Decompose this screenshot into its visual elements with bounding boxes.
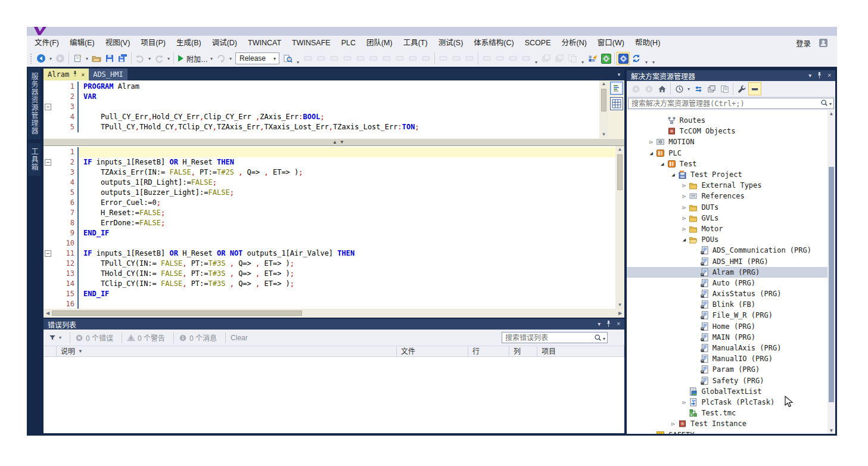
code-line-3[interactable]: 3 TZAxis_Err(IN:= FALSE, PT:=T#2S , Q=> … <box>43 167 615 178</box>
scroll-down-icon[interactable]: ▼ <box>827 428 835 433</box>
code-line-1[interactable]: 1PROGRAM Alram <box>43 82 599 92</box>
tree-item-external-types[interactable]: ▷External Types <box>627 180 835 191</box>
save-all-button[interactable] <box>116 52 129 65</box>
fold-toggle-icon[interactable]: − <box>45 159 51 166</box>
scroll-left-icon[interactable]: ◀ <box>43 310 52 316</box>
find-in-files-button[interactable] <box>281 52 294 65</box>
chevron-down-icon[interactable]: ▾ <box>84 56 90 61</box>
collapsed-arrow-icon[interactable]: ▷ <box>679 182 689 188</box>
search-icon[interactable] <box>820 99 828 108</box>
tree-item-test-instance[interactable]: ▷Test Instance <box>627 418 835 429</box>
menu-item-7[interactable]: TWINCAT <box>242 36 287 50</box>
open-file-button[interactable] <box>90 52 103 65</box>
collapsed-arrow-icon[interactable]: ▷ <box>668 421 678 427</box>
collapsed-arrow-icon[interactable]: ▷ <box>679 215 689 221</box>
clear-button[interactable]: Clear <box>231 334 248 342</box>
menu-item-13[interactable]: 体系结构(C) <box>468 36 519 50</box>
messages-filter-button[interactable]: 0 个消息 <box>179 333 217 343</box>
tree-item-safety[interactable]: SAFETY <box>627 429 835 434</box>
code-line-13[interactable]: 13 THold_CY(IN:= FALSE, PT:=T#3S , Q=> ,… <box>43 269 615 279</box>
code-line-4[interactable]: 4 outputs_1[RD_Light]:=FALSE; <box>43 178 615 188</box>
textual-view-button[interactable] <box>610 82 623 95</box>
tc-reload-devices-button[interactable] <box>586 52 599 65</box>
declaration-pane[interactable]: 1PROGRAM Alram2VAR−34 Pull_CY_Err,Hold_C… <box>43 80 624 138</box>
menu-item-3[interactable]: 视图(V) <box>100 36 136 50</box>
editor-splitter[interactable]: ▲▼ <box>43 138 624 146</box>
code-line-11[interactable]: −11IF inputs_1[ResetB] OR H_Reset OR NOT… <box>43 248 615 259</box>
tree-item-plctask-plctask[interactable]: ▷PlcTask (PlcTask) <box>627 397 835 408</box>
tree-item-param-prg[interactable]: Param (PRG) <box>627 364 835 375</box>
document-tab-2[interactable]: ADS_HMI <box>89 69 127 80</box>
chevron-down-icon[interactable]: ▾ <box>686 86 692 92</box>
scroll-thumb[interactable] <box>617 154 623 190</box>
menu-item-11[interactable]: 工具(T) <box>398 36 433 50</box>
warnings-filter-button[interactable]: 0 个警告 <box>127 333 165 343</box>
document-tab-1[interactable]: Alram× <box>43 69 89 80</box>
tree-item-test[interactable]: ◢Test <box>627 159 835 169</box>
tree-item-manualaxis-prg[interactable]: ManualAxis (PRG) <box>627 343 835 353</box>
tree-item-motion[interactable]: ▷MOTION <box>627 136 835 147</box>
errors-filter-button[interactable]: 0 个错误 <box>75 333 113 343</box>
side-tab-1[interactable]: 服务器资源管理器 <box>28 68 41 139</box>
tree-item-main-prg[interactable]: MAIN (PRG) <box>627 332 835 343</box>
toolbar-overflow-icon[interactable]: ▾ <box>294 52 301 65</box>
se-show-all-files-button[interactable] <box>718 82 731 95</box>
collapsed-arrow-icon[interactable]: ▷ <box>679 226 689 232</box>
tree-scrollbar[interactable]: ▲ ▼ <box>827 110 835 434</box>
tc-config-mode-button[interactable] <box>617 52 630 65</box>
tree-item-test-project[interactable]: ◢Test Project <box>627 169 835 180</box>
search-options-icon[interactable]: ▾ <box>603 336 605 341</box>
menu-item-2[interactable]: 编辑(E) <box>64 36 100 50</box>
collapsed-arrow-icon[interactable]: ▷ <box>646 139 656 145</box>
tree-item-gvls[interactable]: ▷GVLs <box>627 213 835 223</box>
collapsed-arrow-icon[interactable]: ▷ <box>679 204 689 210</box>
column-header-2[interactable]: 文件 <box>397 346 468 356</box>
menu-item-8[interactable]: TWINSAFE <box>287 36 336 50</box>
sign-in-button[interactable]: 登录 <box>796 38 811 49</box>
tree-item-alram-prg[interactable]: Alram (PRG) <box>627 267 835 278</box>
code-line-2[interactable]: −2IF inputs_1[ResetB] OR H_Reset THEN <box>43 157 615 167</box>
collapsed-arrow-icon[interactable]: ▷ <box>679 193 689 199</box>
tree-item-ads-hmi-prg[interactable]: ADS_HMI (PRG) <box>627 256 835 266</box>
tree-item-ads-communication-prg[interactable]: ADS_Communication (PRG) <box>627 245 835 256</box>
code-line-16[interactable]: 16 <box>43 299 615 309</box>
collapsed-arrow-icon[interactable]: ▷ <box>679 399 689 405</box>
solution-search-input[interactable] <box>628 98 834 109</box>
expanded-arrow-icon[interactable]: ◢ <box>679 237 689 243</box>
splitter-arrows-icon[interactable]: ▲▼ <box>332 139 347 145</box>
code-line-15[interactable]: 15END_IF <box>43 289 615 299</box>
menu-item-6[interactable]: 调试(D) <box>207 36 242 50</box>
panel-menu-icon[interactable]: ▾ <box>808 73 811 79</box>
toolbar-overflow-icon[interactable]: ▾ <box>650 52 657 65</box>
close-icon[interactable]: × <box>81 72 85 78</box>
se-sync-button[interactable] <box>692 82 705 95</box>
chevron-down-icon[interactable]: ▾ <box>209 56 214 61</box>
menu-item-1[interactable]: 文件(F) <box>29 36 64 50</box>
tree-item-safety-prg[interactable]: Safety (PRG) <box>627 375 835 386</box>
code-line-9[interactable]: 9END_IF <box>43 228 615 238</box>
menu-item-14[interactable]: SCOPE <box>519 36 556 50</box>
tc-run-mode-button[interactable] <box>599 52 612 65</box>
search-icon[interactable] <box>594 334 602 343</box>
menu-item-12[interactable]: 测试(S) <box>433 36 469 50</box>
menu-item-4[interactable]: 项目(P) <box>135 36 171 50</box>
se-properties-button[interactable] <box>735 82 748 95</box>
scroll-up-icon[interactable]: ▲ <box>602 80 606 88</box>
chevron-down-icon[interactable]: ▾ <box>48 56 54 61</box>
expanded-arrow-icon[interactable]: ◢ <box>658 161 667 167</box>
tree-item-file-w-r-prg[interactable]: File_W_R (PRG) <box>627 310 835 321</box>
tree-item-references[interactable]: ▷References <box>627 191 835 201</box>
tree-item-axisstatus-prg[interactable]: AxisStatus (PRG) <box>627 288 835 299</box>
pin-icon[interactable] <box>817 72 822 80</box>
code-line-5[interactable]: 5 TPull_CY,THold_CY,TClip_CY,TZAxis_Err,… <box>43 122 599 132</box>
code-line-4[interactable]: 4 Pull_CY_Err,Hold_CY_Err,Clip_CY_Err ,Z… <box>43 112 599 122</box>
tree-item-home-prg[interactable]: Home (PRG) <box>627 321 835 332</box>
code-line-14[interactable]: 14 TClip_CY(IN:= FALSE, PT:=T#3S , Q=> ,… <box>43 279 615 289</box>
close-icon[interactable]: × <box>827 73 831 79</box>
code-line-7[interactable]: 7 H_Reset:=FALSE; <box>43 208 615 218</box>
pin-icon[interactable] <box>606 321 611 328</box>
save-button[interactable] <box>103 52 116 65</box>
scroll-thumb[interactable] <box>52 310 302 316</box>
pin-icon[interactable] <box>73 71 77 78</box>
close-icon[interactable]: × <box>617 321 620 327</box>
